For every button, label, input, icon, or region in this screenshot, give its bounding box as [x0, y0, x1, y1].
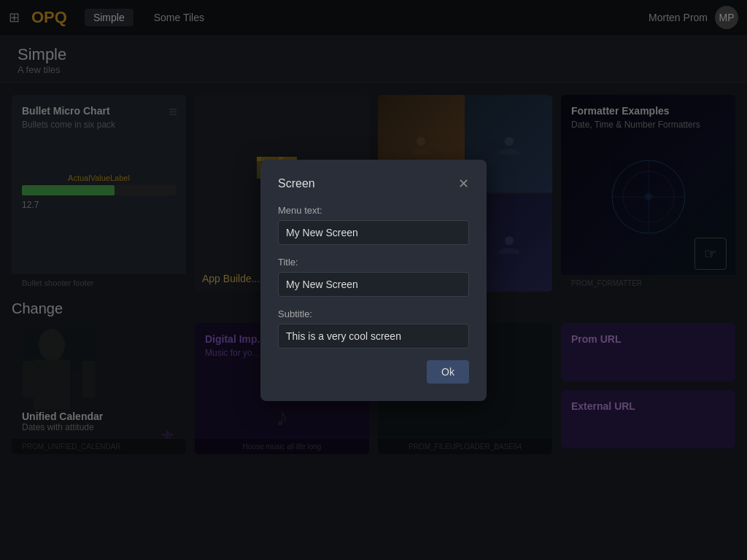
modal-actions: Ok	[278, 360, 469, 384]
subtitle-input[interactable]	[278, 324, 469, 349]
ok-button[interactable]: Ok	[427, 360, 469, 384]
menu-text-input[interactable]	[278, 220, 469, 245]
modal-close-button[interactable]: ✕	[458, 177, 469, 190]
modal-header: Screen ✕	[278, 177, 469, 190]
title-input[interactable]	[278, 272, 469, 297]
subtitle-label: Subtitle:	[278, 308, 469, 319]
menu-text-label: Menu text:	[278, 205, 469, 216]
title-label: Title:	[278, 257, 469, 268]
modal-title: Screen	[278, 177, 315, 190]
screen-modal: Screen ✕ Menu text: Title: Subtitle: Ok	[260, 160, 487, 401]
title-field: Title:	[278, 257, 469, 297]
modal-overlay: Screen ✕ Menu text: Title: Subtitle: Ok	[0, 0, 747, 560]
subtitle-field: Subtitle:	[278, 308, 469, 349]
menu-text-field: Menu text:	[278, 205, 469, 245]
